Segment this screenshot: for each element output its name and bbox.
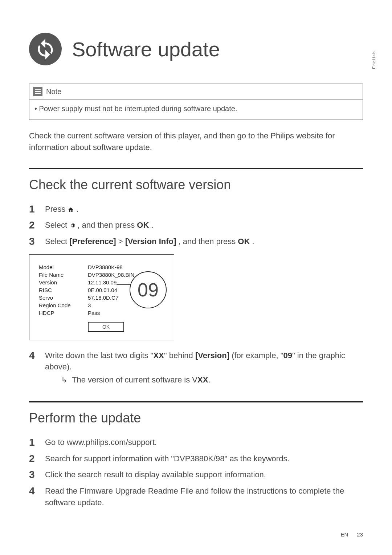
- result-arrow-icon: ↳: [61, 374, 68, 386]
- page-header: Software update: [29, 33, 363, 65]
- home-icon: [68, 204, 74, 216]
- section-rule: [29, 168, 363, 169]
- refresh-icon: [34, 38, 57, 60]
- perform-step-1: 1 Go to www.philips.com/support.: [29, 435, 363, 450]
- footer-page-number: 23: [357, 531, 363, 538]
- perform-step-2: 2 Search for support information with "D…: [29, 451, 363, 466]
- perform-step-3: 3 Click the search result to display ava…: [29, 467, 363, 482]
- version-info-ok: OK: [88, 322, 124, 332]
- version-callout: 09: [130, 271, 167, 308]
- lead-paragraph: Check the current software version of th…: [29, 130, 363, 153]
- check-step-4: 4 Write down the last two digits "XX" be…: [29, 348, 363, 386]
- check-step-2: 2 Select , and then press OK .: [29, 218, 363, 233]
- section-check-heading: Check the current software version: [29, 177, 363, 193]
- note-icon: [33, 87, 42, 96]
- footer-lang: EN: [340, 531, 348, 538]
- perform-step-4: 4 Read the Firmware Upgrade Readme File …: [29, 484, 363, 509]
- section-rule-2: [29, 401, 363, 402]
- section-perform-heading: Perform the update: [29, 410, 363, 426]
- check-step-3: 3 Select [Preference] > [Version Info] ,…: [29, 234, 363, 249]
- note-box: Note Power supply must not be interrupte…: [29, 84, 363, 120]
- page-title: Software update: [72, 37, 220, 61]
- side-language-tab: English: [372, 51, 376, 69]
- note-body: Power supply must not be interrupted dur…: [29, 100, 363, 119]
- version-info-panel: ModelDVP3880K-98 File NameDVP3880K_98.BI…: [29, 254, 174, 340]
- gear-icon: [69, 220, 75, 232]
- update-icon: [29, 33, 62, 65]
- check-step-1: 1 Press .: [29, 202, 363, 217]
- page-footer: EN 23: [340, 531, 363, 538]
- check-step-4-result: ↳ The version of current software is VXX…: [61, 374, 363, 386]
- note-label: Note: [46, 88, 61, 96]
